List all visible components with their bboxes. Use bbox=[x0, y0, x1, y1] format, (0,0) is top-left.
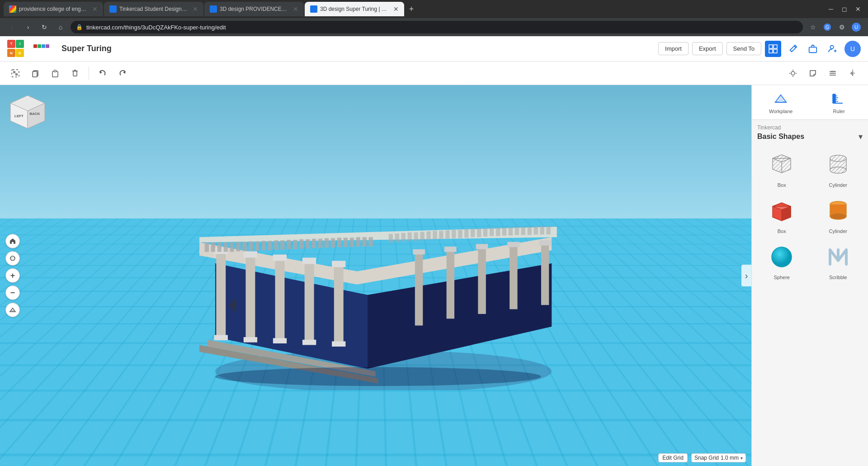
svg-rect-41 bbox=[245, 254, 255, 338]
tab-3-close[interactable]: ✕ bbox=[293, 5, 298, 13]
export-button[interactable]: Export bbox=[692, 42, 723, 55]
light-icon bbox=[788, 69, 797, 78]
undo-button[interactable] bbox=[94, 65, 111, 81]
viewport[interactable]: LEFT BACK + bbox=[0, 85, 751, 466]
snap-grid-label: Snap Grid bbox=[694, 455, 719, 461]
svg-rect-93 bbox=[471, 229, 475, 238]
paste-button[interactable] bbox=[47, 65, 63, 81]
svg-text:BACK: BACK bbox=[29, 112, 40, 116]
tab-bar: providence college of engineerin... ✕ Ti… bbox=[0, 0, 868, 18]
svg-rect-135 bbox=[833, 94, 835, 103]
svg-rect-81 bbox=[395, 233, 399, 242]
tab-4[interactable]: 3D design Super Turing | Tinkerc... ✕ bbox=[305, 2, 404, 16]
note-icon bbox=[808, 69, 817, 78]
align-button[interactable] bbox=[825, 65, 841, 81]
svg-rect-97 bbox=[495, 228, 500, 236]
workplane-button[interactable]: Workplane bbox=[752, 85, 810, 119]
back-button[interactable]: ‹ bbox=[5, 21, 18, 33]
copy-button[interactable] bbox=[27, 65, 43, 81]
redo-button[interactable] bbox=[114, 65, 131, 81]
snap-value: 1.0 mm bbox=[721, 455, 739, 461]
grid-icon bbox=[769, 44, 778, 53]
tab-2[interactable]: Tinkercad Student Design Conte... ✕ bbox=[104, 2, 203, 16]
building-model bbox=[128, 169, 639, 390]
logo-e bbox=[33, 44, 37, 48]
forward-button[interactable]: › bbox=[22, 21, 34, 33]
logo-c bbox=[42, 44, 45, 48]
reload-button[interactable]: ↻ bbox=[38, 21, 51, 33]
snap-grid-control[interactable]: Snap Grid 1.0 mm ▾ bbox=[691, 453, 746, 462]
ruler-button[interactable]: Ruler bbox=[810, 85, 868, 119]
svg-rect-85 bbox=[420, 232, 424, 241]
build-button[interactable] bbox=[785, 41, 801, 57]
svg-rect-109 bbox=[444, 247, 456, 252]
svg-rect-57 bbox=[230, 243, 234, 252]
zoom-in-button[interactable]: + bbox=[5, 268, 20, 283]
svg-rect-13 bbox=[52, 71, 58, 77]
browser-actions: ☆ G ⚙ U bbox=[807, 21, 863, 33]
send-to-button[interactable]: Send To bbox=[726, 42, 761, 55]
svg-rect-38 bbox=[216, 250, 226, 337]
paste-icon bbox=[51, 69, 60, 78]
briefcase-button[interactable] bbox=[805, 41, 821, 57]
tinkercad-logo[interactable]: T I N K bbox=[7, 40, 25, 58]
add-person-button[interactable] bbox=[825, 41, 841, 57]
tab-4-label: 3D design Super Turing | Tinkerc... bbox=[320, 6, 388, 12]
svg-rect-69 bbox=[306, 239, 310, 249]
delete-button[interactable] bbox=[67, 65, 83, 81]
logo-bottom bbox=[33, 44, 51, 53]
redo-icon bbox=[118, 69, 127, 78]
svg-rect-82 bbox=[401, 233, 405, 242]
box-red-label: Box bbox=[778, 228, 786, 234]
svg-rect-54 bbox=[211, 243, 215, 252]
home-button[interactable]: ⌂ bbox=[54, 21, 67, 33]
url-bar[interactable]: 🔒 tinkercad.com/things/3uDcQZAkFKo-super… bbox=[71, 21, 803, 33]
extension-1-button[interactable]: G bbox=[821, 21, 834, 33]
minimize-button[interactable]: ─ bbox=[825, 3, 837, 15]
svg-rect-43 bbox=[243, 337, 257, 342]
close-browser-button[interactable]: ✕ bbox=[852, 3, 864, 15]
home-view-button[interactable] bbox=[5, 234, 20, 248]
tab-1[interactable]: providence college of engineerin... ✕ bbox=[4, 2, 103, 16]
perspective-button[interactable] bbox=[5, 303, 20, 317]
light-button[interactable] bbox=[785, 65, 801, 81]
tab-3[interactable]: 3D design PROVIDENCE | Tinker... ✕ bbox=[204, 2, 304, 16]
shape-box-red[interactable]: Box bbox=[755, 193, 808, 236]
user-avatar[interactable]: U bbox=[844, 41, 861, 57]
svg-rect-101 bbox=[521, 227, 525, 235]
note-button[interactable] bbox=[805, 65, 821, 81]
cylinder-gray-label: Cylinder bbox=[829, 182, 847, 188]
bookmark-button[interactable]: ☆ bbox=[807, 21, 819, 33]
edit-grid-button[interactable]: Edit Grid bbox=[658, 453, 688, 462]
collapse-panel-button[interactable]: › bbox=[741, 265, 751, 286]
extension-2-button[interactable]: ⚙ bbox=[835, 21, 848, 33]
logo-t: T bbox=[7, 40, 15, 48]
profile-button[interactable]: U bbox=[850, 21, 863, 33]
tab-1-close[interactable]: ✕ bbox=[92, 5, 98, 13]
box-gray-label: Box bbox=[778, 182, 786, 188]
flip-button[interactable] bbox=[844, 65, 861, 81]
shape-cylinder-orange[interactable]: Cylinder bbox=[812, 193, 865, 236]
orbit-button[interactable] bbox=[5, 251, 20, 266]
svg-rect-73 bbox=[330, 238, 335, 248]
shape-cylinder-gray[interactable]: Cylinder bbox=[812, 147, 865, 190]
tab-4-close[interactable]: ✕ bbox=[393, 5, 399, 13]
svg-rect-87 bbox=[433, 231, 437, 239]
shape-scribble[interactable]: Scribble bbox=[812, 239, 865, 282]
import-button[interactable]: Import bbox=[658, 42, 689, 55]
category-dropdown-button[interactable]: ▾ bbox=[859, 132, 863, 142]
maximize-button[interactable]: ◻ bbox=[838, 3, 851, 15]
group-button[interactable] bbox=[7, 65, 24, 81]
svg-rect-106 bbox=[415, 252, 422, 326]
svg-rect-91 bbox=[458, 230, 462, 238]
svg-rect-51 bbox=[332, 261, 345, 267]
align-icon bbox=[828, 69, 837, 78]
svg-rect-79 bbox=[368, 237, 373, 247]
shape-box-gray[interactable]: Box bbox=[755, 147, 808, 190]
orientation-cube[interactable]: LEFT BACK bbox=[6, 93, 49, 134]
zoom-out-button[interactable]: − bbox=[5, 285, 20, 300]
new-tab-button[interactable]: + bbox=[405, 3, 418, 15]
shape-sphere[interactable]: Sphere bbox=[755, 239, 808, 282]
grid-view-button[interactable] bbox=[765, 41, 781, 57]
tab-2-close[interactable]: ✕ bbox=[193, 5, 198, 13]
